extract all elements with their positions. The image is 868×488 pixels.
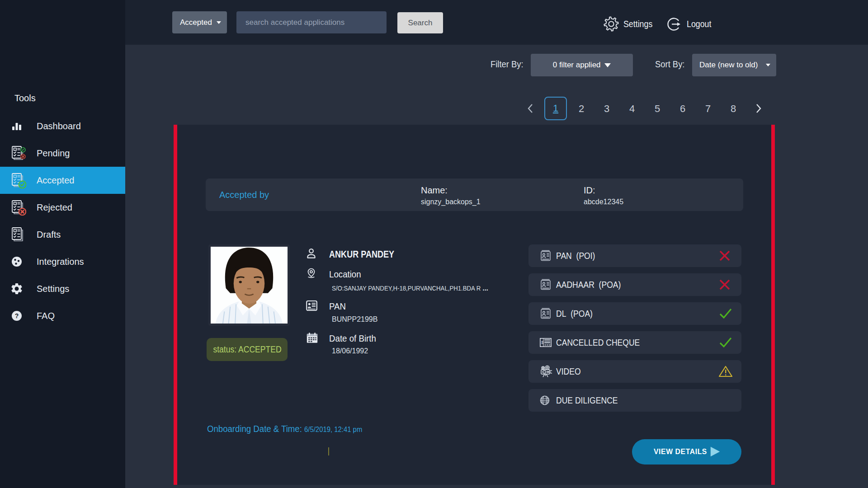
svg-text:$: $ <box>541 340 544 345</box>
svg-text:?: ? <box>15 312 19 319</box>
